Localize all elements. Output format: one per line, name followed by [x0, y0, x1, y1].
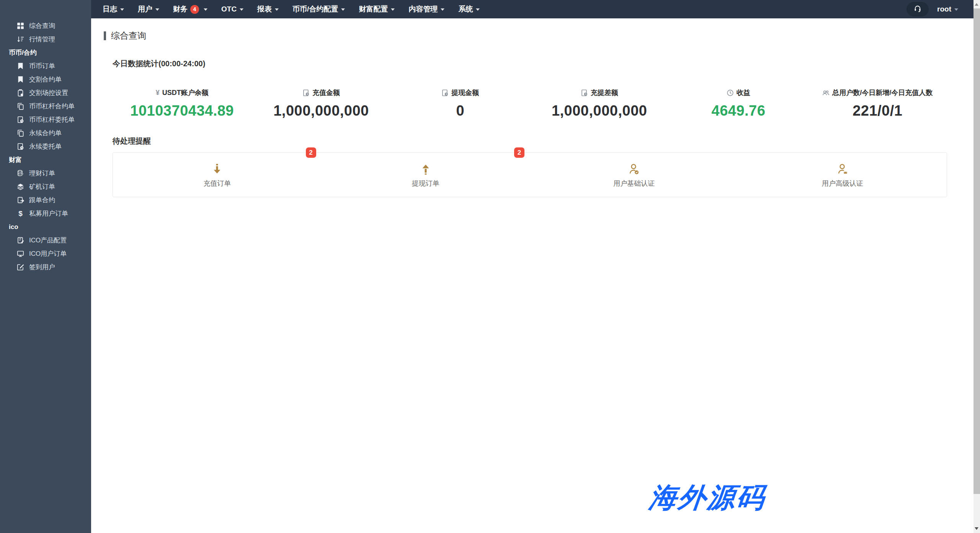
sidebar-item-leverage-entrust[interactable]: 币币杠杆委托单 [0, 113, 91, 126]
nav-item-content-mgmt[interactable]: 内容管理 [408, 4, 444, 14]
sidebar-item-delivery-control[interactable]: 交割场控设置 [0, 86, 91, 100]
stat-value: 0 [391, 103, 530, 119]
reminder-withdraw-orders[interactable]: 2 提现订单 [322, 153, 530, 197]
sidebar-item-label: 签到用户 [29, 263, 55, 271]
stats-row: ¥USDT账户余额 1010370434.89 充值金额 1,000,000,0… [113, 88, 947, 119]
dollar-icon: $ [17, 210, 24, 217]
user-check-icon [628, 162, 640, 175]
user-menu[interactable]: root [937, 5, 958, 13]
edit-icon [17, 263, 24, 271]
stat-profit: 收益 4649.76 [669, 88, 808, 119]
stat-value: 1,000,000,000 [252, 103, 390, 119]
chevron-down-icon [954, 8, 958, 11]
stat-value: 1010370434.89 [113, 103, 252, 119]
title-accent-bar [104, 31, 106, 40]
bill-icon [581, 89, 588, 96]
scrollbar-up-arrow-icon[interactable] [975, 3, 978, 6]
sidebar-item-signin-users[interactable]: 签到用户 [0, 260, 91, 274]
stat-value: 221/0/1 [808, 103, 947, 119]
reminder-deposit-orders[interactable]: 2 充值订单 [113, 153, 322, 197]
nav-item-finance[interactable]: 财务4 [173, 4, 207, 14]
vertical-scrollbar[interactable] [973, 0, 980, 533]
sidebar-item-leverage-contracts[interactable]: 币币杠杆合约单 [0, 100, 91, 113]
finance-badge: 4 [190, 5, 199, 14]
nav-item-users[interactable]: 用户 [138, 4, 159, 14]
nav-item-system[interactable]: 系统 [458, 4, 480, 14]
stat-value: 4649.76 [669, 103, 808, 119]
sidebar-item-perpetual-entrust[interactable]: 永续委托单 [0, 140, 91, 153]
sidebar-item-perpetual-contracts[interactable]: 永续合约单 [0, 126, 91, 140]
sidebar-item-overview[interactable]: 综合查询 [0, 19, 91, 33]
bookmark-icon [17, 62, 24, 70]
sidebar-item-market[interactable]: 行情管理 [0, 33, 91, 46]
layers-icon [17, 183, 24, 190]
chevron-down-icon [120, 8, 124, 11]
sidebar-item-coin-orders[interactable]: 币币订单 [0, 59, 91, 73]
reminder-advanced-kyc[interactable]: 用户高级认证 [738, 153, 947, 197]
scrollbar-down-arrow-icon[interactable] [975, 527, 978, 530]
yen-icon: ¥ [156, 89, 160, 97]
sidebar-item-label: 交割合约单 [29, 75, 62, 84]
sidebar-item-copy-trading[interactable]: 跟单合约 [0, 193, 91, 207]
sidebar-item-label: 行情管理 [29, 35, 55, 44]
stat-value: 1,000,000,000 [530, 103, 669, 119]
chevron-down-icon [204, 8, 207, 11]
stat-usdt-balance: ¥USDT账户余额 1010370434.89 [113, 88, 252, 119]
chevron-down-icon [240, 8, 243, 11]
user-badge-icon [836, 162, 849, 175]
bill-icon [441, 89, 449, 96]
sidebar-item-delivery-contracts[interactable]: 交割合约单 [0, 73, 91, 86]
sidebar-item-label: 永续委托单 [29, 142, 62, 151]
bookmark-icon [17, 76, 24, 83]
stat-user-counts: 总用户数/今日新增/今日充值人数 221/0/1 [808, 88, 947, 119]
grid-icon [17, 22, 24, 29]
stat-deposit-amount: 充值金额 1,000,000,000 [252, 88, 390, 119]
top-navbar: 日志 用户 财务4 OTC 报表 币币/合约配置 财富配置 内容管理 系统 ro… [91, 0, 973, 18]
scrollbar-thumb[interactable] [973, 8, 980, 494]
stat-deposit-withdraw-diff: 充提差额 1,000,000,000 [530, 88, 669, 119]
sidebar-section-coin-contract: 币币/合约 [0, 46, 91, 59]
file-pen-icon [17, 237, 24, 244]
file-clock-icon [17, 116, 24, 123]
sidebar-item-miner-orders[interactable]: 矿机订单 [0, 180, 91, 193]
nav-item-otc[interactable]: OTC [221, 5, 243, 13]
coins-icon [17, 170, 24, 177]
sidebar-item-ico-product-config[interactable]: ICO产品配置 [0, 234, 91, 247]
support-button[interactable] [906, 2, 929, 16]
file-arrow-icon [17, 196, 24, 204]
stat-withdraw-amount: 提现金额 0 [391, 88, 530, 119]
nav-item-coin-contract-config[interactable]: 币币/合约配置 [292, 4, 345, 14]
sidebar-item-ico-user-orders[interactable]: ICO用户订单 [0, 247, 91, 260]
deposit-orders-badge: 2 [306, 147, 316, 158]
clipboard-gear-icon [17, 89, 24, 96]
withdraw-orders-badge: 2 [514, 147, 524, 158]
sidebar-item-label: 币币杠杆合约单 [29, 102, 75, 111]
headset-icon [914, 5, 921, 14]
sidebar-item-private-placement-orders[interactable]: $ 私募用户订单 [0, 207, 91, 220]
sidebar-item-label: 私募用户订单 [29, 209, 68, 218]
sidebar-item-finance-orders[interactable]: 理财订单 [0, 167, 91, 180]
nav-item-reports[interactable]: 报表 [257, 4, 279, 14]
sidebar-item-label: 理财订单 [29, 169, 55, 178]
chevron-down-icon [476, 8, 480, 11]
sidebar-item-label: 综合查询 [29, 21, 55, 30]
sidebar-item-label: 币币订单 [29, 62, 55, 70]
arrow-up-icon [420, 162, 432, 175]
reminders-section-title: 待处理提醒 [113, 136, 973, 146]
sidebar-section-ico: ico [0, 220, 91, 234]
sidebar-item-label: 永续合约单 [29, 129, 62, 137]
chevron-down-icon [275, 8, 279, 11]
reminder-basic-kyc[interactable]: 用户基础认证 [530, 153, 738, 197]
reminder-label: 用户基础认证 [613, 179, 655, 188]
nav-item-logs[interactable]: 日志 [103, 4, 124, 14]
main-content: 综合查询 今日数据统计(00:00-24:00) ¥USDT账户余额 10103… [91, 18, 973, 533]
reminder-label: 用户高级认证 [822, 179, 863, 188]
sidebar-item-label: 矿机订单 [29, 182, 55, 191]
username: root [937, 5, 951, 13]
sidebar: 综合查询 行情管理 币币/合约 币币订单 交割合约单 交割场控设置 [0, 0, 91, 533]
reminder-label: 提现订单 [412, 179, 439, 188]
reminders-card: 2 充值订单 2 提现订单 用户基础认证 [113, 152, 947, 197]
watermark: 海外源码 [637, 479, 778, 516]
nav-item-wealth-config[interactable]: 财富配置 [359, 4, 395, 14]
users-icon [822, 89, 830, 96]
